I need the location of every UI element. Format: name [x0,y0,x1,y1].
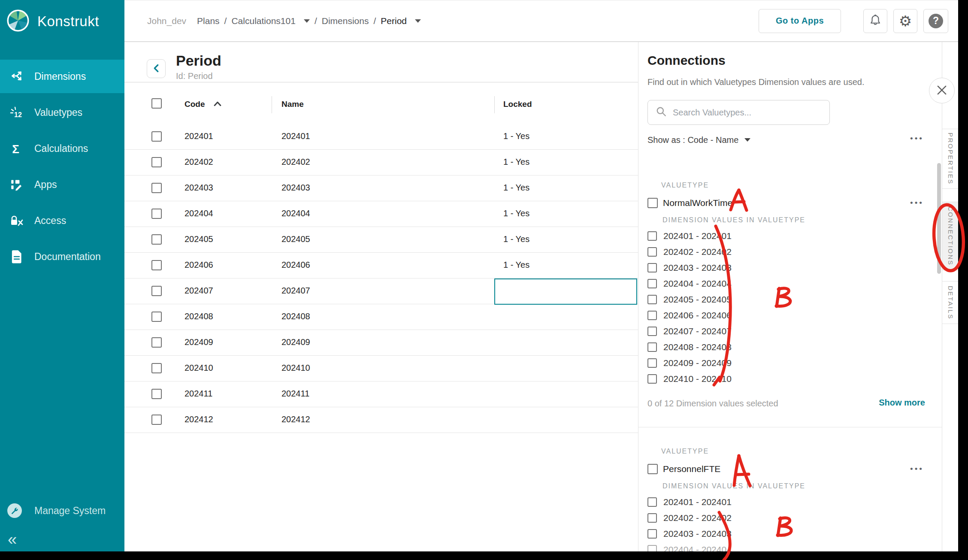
dimension-value-checkbox[interactable] [647,497,657,507]
row-checkbox[interactable] [151,234,162,245]
column-header-locked[interactable]: Locked [503,100,532,109]
dimension-value-checkbox[interactable] [647,342,657,352]
dimension-value-item: 202405 - 202405 [638,291,942,307]
cell-name[interactable]: 202404 [281,209,310,218]
breadcrumb-item-period[interactable]: Period [381,16,407,26]
cell-code[interactable]: 202406 [185,260,213,270]
cell-code[interactable]: 202401 [185,131,213,141]
help-button[interactable]: ? [923,9,948,33]
panel-scrollbar-thumb[interactable] [937,163,941,274]
cell-name[interactable]: 202412 [281,415,310,424]
row-checkbox[interactable] [151,389,162,399]
right-tab-connections[interactable]: CONNECTIONS [942,202,959,270]
show-as-dropdown[interactable]: Show as : Code - Name [647,132,750,148]
logo[interactable]: Konstrukt [6,9,99,34]
valuetype-checkbox[interactable] [647,198,658,208]
dimension-value-checkbox[interactable] [647,529,657,539]
breadcrumb-item-dimensions[interactable]: Dimensions [322,16,369,26]
dimension-value-checkbox[interactable] [647,295,657,304]
cell-name[interactable]: 202408 [281,312,310,321]
dimension-value-checkbox[interactable] [647,311,657,320]
dimension-value-item: 202410 - 202410 [638,371,942,387]
cell-name[interactable]: 202401 [281,131,310,141]
cell-code[interactable]: 202410 [185,363,213,373]
go-to-apps-button[interactable]: Go to Apps [759,9,841,33]
selected-cell-locked-202407[interactable] [494,278,637,305]
row-checkbox[interactable] [151,260,162,270]
valuetype-more-menu[interactable]: ••• [910,198,924,208]
dimension-value-checkbox[interactable] [647,263,657,272]
cell-code[interactable]: 202402 [185,157,213,167]
show-more-button[interactable]: Show more [879,398,925,408]
sidebar-item-apps[interactable]: Apps [0,168,124,201]
right-tab-details[interactable]: DETAILS [942,281,959,324]
cell-name[interactable]: 202402 [281,157,310,167]
cell-name[interactable]: 202407 [281,286,310,296]
cell-name[interactable]: 202409 [281,337,310,347]
cell-code[interactable]: 202405 [185,234,213,244]
dimension-value-checkbox[interactable] [647,279,657,288]
row-checkbox[interactable] [151,337,162,348]
row-checkbox[interactable] [151,286,162,296]
collapse-sidebar-button[interactable]: « [8,531,17,548]
cell-name[interactable]: 202411 [281,389,309,399]
dimension-value-checkbox[interactable] [647,374,657,384]
dimension-value-checkbox[interactable] [647,327,657,336]
cell-locked[interactable]: 1 - Yes [503,183,529,193]
cell-code[interactable]: 202404 [185,209,213,218]
column-header-name[interactable]: Name [281,100,304,109]
sidebar-item-manage-system[interactable]: Manage System [0,499,124,522]
row-checkbox[interactable] [151,183,162,193]
cell-code[interactable]: 202403 [185,183,213,193]
dimension-value-label: 202408 - 202408 [663,342,732,352]
table-row: 2024012024011 - Yes [124,124,638,150]
panel-more-menu[interactable]: ••• [910,134,924,143]
sidebar-item-calculations[interactable]: ΣCalculations [0,132,124,165]
cell-code[interactable]: 202408 [185,312,213,321]
cell-code[interactable]: 202412 [185,415,213,424]
sidebar-item-dimensions[interactable]: Dimensions [0,60,124,93]
sidebar-item-valuetypes[interactable]: 12Valuetypes [0,96,124,129]
valuetype-more-menu[interactable]: ••• [910,464,924,474]
row-checkbox[interactable] [151,131,162,142]
row-checkbox[interactable] [151,415,162,425]
dimension-value-checkbox[interactable] [647,247,657,257]
dimension-value-checkbox[interactable] [647,545,657,552]
cell-locked[interactable]: 1 - Yes [503,209,529,218]
valuetype-checkbox[interactable] [647,464,658,474]
back-button[interactable] [147,59,166,78]
breadcrumb-user: John_dev [147,16,186,26]
cell-name[interactable]: 202405 [281,234,310,244]
dimension-values-list: 202401 - 202401202402 - 202402202403 - 2… [638,494,942,551]
cell-code[interactable]: 202407 [185,286,213,296]
table-row: 2024042024041 - Yes [124,201,638,227]
search-valuetypes-input[interactable] [673,108,814,118]
cell-locked[interactable]: 1 - Yes [503,234,529,244]
sidebar-item-documentation[interactable]: Documentation [0,240,124,273]
dimension-value-checkbox[interactable] [647,513,657,523]
cell-locked[interactable]: 1 - Yes [503,260,529,270]
settings-button[interactable]: ⚙ [893,9,917,33]
dimension-value-item: 202408 - 202408 [638,339,942,355]
cell-name[interactable]: 202410 [281,363,310,373]
cell-locked[interactable]: 1 - Yes [503,131,529,141]
select-all-checkbox[interactable] [151,98,162,109]
row-checkbox[interactable] [151,312,162,322]
breadcrumb-item-plans[interactable]: Plans [197,16,220,26]
row-checkbox[interactable] [151,363,162,373]
dimension-value-checkbox[interactable] [647,358,657,368]
cell-locked[interactable]: 1 - Yes [503,157,529,167]
dimension-value-checkbox[interactable] [647,231,657,241]
cell-name[interactable]: 202403 [281,183,310,193]
breadcrumb-item-calculations101[interactable]: Calculations101 [231,16,295,26]
cell-name[interactable]: 202406 [281,260,310,270]
notifications-button[interactable] [863,9,887,33]
row-checkbox[interactable] [151,209,162,219]
sidebar-item-access[interactable]: Access [0,204,124,237]
close-panel-button[interactable] [929,78,955,103]
right-tab-properties[interactable]: PROPERTIES [942,129,959,189]
row-checkbox[interactable] [151,157,162,167]
cell-code[interactable]: 202409 [185,337,213,347]
cell-code[interactable]: 202411 [185,389,212,399]
column-header-code[interactable]: Code [185,100,205,109]
